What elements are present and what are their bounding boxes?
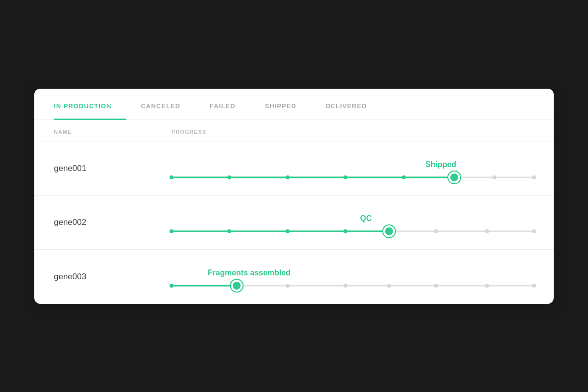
gene-name-gene002: gene002: [54, 218, 172, 227]
track-dot-gene003-3: [343, 284, 347, 288]
gene-row-gene003: gene003Fragments assembled: [34, 250, 554, 304]
track-dot-gene001-0: [170, 175, 173, 179]
track-dot-gene003-6: [485, 284, 489, 288]
track-dot-gene002-5: [434, 229, 438, 233]
track-current-dot-gene003: [231, 280, 243, 292]
progress-label-gene003: Fragments assembled: [208, 269, 291, 277]
track-dot-gene001-6: [492, 175, 496, 179]
main-card: IN PRODUCTIONCANCELEDFAILEDSHIPPEDDELIVE…: [34, 89, 554, 304]
tab-failed[interactable]: FAILED: [210, 89, 250, 120]
track-container-gene001: [172, 170, 534, 185]
table-header: NAME PROGRESS: [34, 120, 554, 142]
track-fill-gene003: [172, 285, 237, 286]
progress-area-gene001: Shipped: [172, 152, 534, 185]
tab-shipped[interactable]: SHIPPED: [265, 89, 311, 120]
track-dot-gene002-3: [343, 229, 347, 233]
gene-row-gene002: gene002QC: [34, 196, 554, 250]
track-dot-gene003-2: [286, 284, 290, 288]
track-dot-gene001-3: [343, 175, 347, 179]
track-container-gene002: [172, 224, 534, 239]
progress-label-gene001: Shipped: [425, 160, 456, 169]
track-dot-gene001-7: [532, 175, 536, 179]
track-dot-gene002-7: [532, 229, 536, 233]
tabs-bar: IN PRODUCTIONCANCELEDFAILEDSHIPPEDDELIVE…: [34, 89, 554, 120]
track-dot-gene002-2: [286, 229, 290, 233]
gene-name-gene003: gene003: [54, 272, 172, 282]
track-dot-gene001-4: [402, 175, 406, 179]
column-name-header: NAME: [54, 129, 172, 135]
progress-area-gene002: QC: [172, 206, 534, 239]
track-dot-gene002-6: [485, 229, 489, 233]
track-dot-gene002-1: [227, 229, 231, 233]
track-dot-gene003-5: [434, 284, 438, 288]
tab-in-production[interactable]: IN PRODUCTION: [54, 89, 126, 120]
track-fill-gene002: [172, 231, 389, 232]
track-dot-gene001-1: [227, 175, 231, 179]
track-dot-gene001-2: [286, 175, 290, 179]
track-dot-gene003-7: [532, 284, 536, 288]
track-dot-gene002-0: [170, 229, 173, 233]
track-container-gene003: [172, 278, 534, 293]
track-current-dot-gene002: [383, 225, 395, 237]
progress-area-gene003: Fragments assembled: [172, 261, 534, 293]
gene-row-gene001: gene001Shipped: [34, 142, 554, 196]
tab-canceled[interactable]: CANCELED: [141, 89, 196, 120]
track-dot-gene003-0: [170, 284, 173, 288]
gene-name-gene001: gene001: [54, 164, 172, 173]
rows-container: gene001Shippedgene002QCgene003Fragments …: [34, 142, 554, 304]
track-dot-gene003-4: [387, 284, 391, 288]
column-progress-header: PROGRESS: [172, 129, 534, 135]
track-fill-gene001: [172, 177, 454, 178]
track-current-dot-gene001: [448, 172, 460, 183]
tab-delivered[interactable]: DELIVERED: [326, 89, 382, 120]
progress-label-gene002: QC: [360, 214, 372, 223]
